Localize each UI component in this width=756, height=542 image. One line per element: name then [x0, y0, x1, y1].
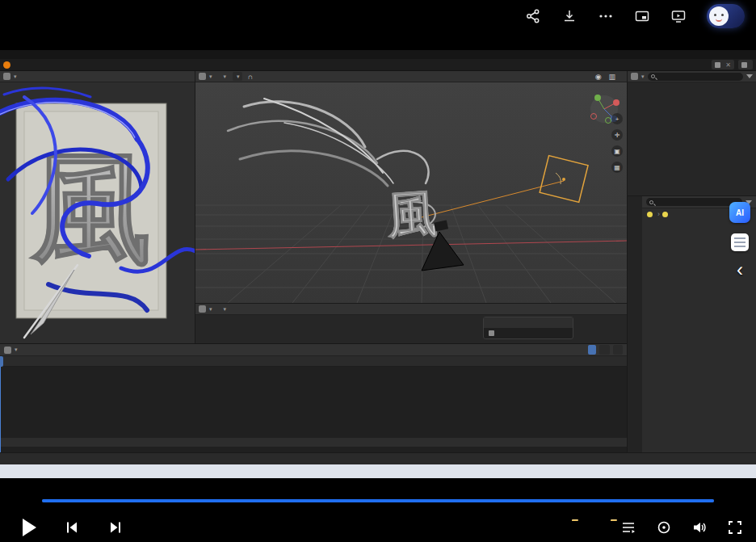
zoom-icon[interactable]: + [611, 113, 623, 124]
summary-track [0, 438, 627, 447]
current-frame-indicator[interactable] [0, 356, 3, 367]
svip-badge [611, 519, 617, 521]
search-icon [651, 74, 655, 78]
blender-titlebar [0, 50, 756, 59]
blender-window: ✕ ▾ [0, 50, 756, 478]
timeline[interactable]: ▾ [0, 343, 627, 452]
blender-logo-icon[interactable] [3, 61, 10, 69]
player-controls [0, 512, 756, 542]
image-editor-header: ▾ [0, 71, 195, 82]
unlink-icon[interactable]: ✕ [725, 61, 731, 69]
download-icon[interactable] [561, 8, 578, 24]
editor-type-icon[interactable] [199, 305, 206, 313]
fullscreen-icon[interactable] [727, 519, 743, 536]
search-icon [649, 200, 653, 204]
topbar-actions [525, 4, 745, 28]
active-tool-title [484, 317, 573, 328]
svip-badge [572, 519, 578, 521]
cast-icon[interactable] [670, 8, 687, 24]
light-icon [662, 212, 668, 217]
scene-selectors: ✕ [712, 60, 753, 69]
playlist-icon[interactable] [620, 519, 636, 536]
active-tool-item[interactable] [484, 328, 573, 338]
snap-magnet-icon[interactable]: ∩ [246, 73, 255, 81]
pip-icon[interactable] [634, 8, 650, 24]
frame-start-field[interactable] [599, 345, 609, 355]
scene-icon [715, 62, 720, 68]
outliner: ▾ [627, 71, 756, 195]
timeline-header: ▾ [0, 344, 627, 356]
xray-icon[interactable]: ▥ [606, 73, 618, 81]
active-tool-panel [483, 317, 573, 339]
image-editor[interactable]: ▾ 風 [0, 71, 195, 343]
player-topbar [0, 0, 756, 32]
share-icon[interactable] [525, 8, 541, 24]
properties-tab-strip [628, 196, 642, 452]
frame-end-field[interactable] [613, 345, 623, 355]
blender-statusbar [0, 452, 756, 464]
ai-assistant-icon[interactable]: AI [729, 202, 750, 223]
seek-bar[interactable] [42, 499, 714, 502]
windows-taskbar [0, 464, 756, 478]
more-icon[interactable] [598, 8, 614, 24]
3d-viewport[interactable]: ▾ ▾ ▾ ∩ ◉ ▥ [195, 71, 627, 303]
render-preview-image[interactable]: 風 [0, 82, 195, 343]
viewport-canvas[interactable]: 風 [195, 82, 627, 303]
account-button[interactable] [707, 4, 745, 28]
light-icon [647, 212, 653, 217]
viewport-header: ▾ ▾ ▾ ∩ ◉ ▥ [195, 71, 627, 82]
playhead[interactable] [0, 367, 1, 452]
actions-panel-icon[interactable] [731, 233, 749, 251]
viewlayer-icon [741, 62, 747, 68]
play-icon[interactable] [23, 519, 36, 536]
timeline-ruler[interactable] [0, 356, 627, 367]
next-episode-icon[interactable] [107, 519, 124, 536]
volume-icon[interactable] [691, 519, 708, 536]
scene-selector[interactable]: ✕ [712, 60, 734, 69]
editor-type-icon[interactable] [3, 73, 10, 80]
move-view-icon[interactable]: ✛ [611, 129, 623, 141]
collapse-chevron-icon[interactable]: ‹ [737, 262, 743, 278]
outliner-header: ▾ [628, 71, 756, 82]
seek-bar-fill [42, 499, 714, 502]
viewport-nav-controls: + ✛ ▣ ▦ [611, 113, 623, 173]
blender-menubar: ✕ [0, 59, 756, 71]
editor-type-icon[interactable] [199, 73, 206, 80]
secondary-editor[interactable]: ▾ ▾ [195, 303, 627, 343]
toggle-ortho-icon[interactable]: ▦ [611, 162, 623, 173]
stroke-icon [489, 330, 494, 336]
system-tray [741, 468, 751, 475]
filter-icon[interactable] [746, 74, 753, 78]
settings-icon[interactable] [656, 519, 672, 536]
secondary-editor-header: ▾ ▾ [195, 304, 627, 315]
frame-fields [588, 345, 623, 355]
overlays-icon[interactable]: ◉ [593, 73, 604, 81]
current-frame-field[interactable] [588, 345, 596, 355]
chevron-right-icon: › [657, 210, 660, 218]
outliner-search-input[interactable] [648, 73, 743, 81]
editor-type-icon[interactable] [631, 73, 638, 80]
viewlayer-selector[interactable] [738, 60, 753, 69]
timeline-body[interactable] [0, 356, 627, 452]
timeline-tracks[interactable] [0, 367, 627, 452]
ai-assistant-widget: AI ‹ [725, 202, 754, 281]
camera-view-icon[interactable]: ▣ [611, 145, 623, 157]
editor-type-icon[interactable] [4, 347, 11, 354]
feng-mesh: 風 [384, 185, 439, 244]
prev-episode-icon[interactable] [64, 519, 80, 536]
avatar [709, 6, 729, 26]
player-controls-right [543, 519, 743, 536]
video-player: ✕ ▾ [0, 0, 756, 542]
orientation-dropdown[interactable]: ▾ [233, 72, 242, 81]
